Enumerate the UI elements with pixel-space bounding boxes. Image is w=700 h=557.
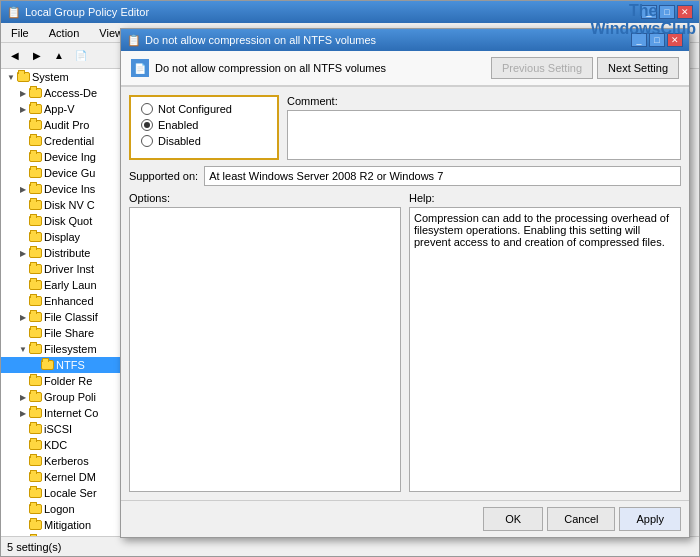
radio-circle-enabled [141,119,153,131]
tree-toggle-internetco[interactable]: ▶ [17,407,29,419]
supported-on-label: Supported on: [129,170,198,182]
radio-label-enabled: Enabled [158,119,198,131]
folder-icon-access [29,88,42,98]
tree-toggle-ntfs [29,359,41,371]
tree-toggle-folderre [17,375,29,387]
folder-icon-display [29,232,42,242]
radio-label-disabled: Disabled [158,135,201,147]
tree-label-fileshare: File Share [44,327,94,339]
folder-icon-credential [29,136,42,146]
options-panel: Options: [129,192,401,492]
tree-label-display: Display [44,231,80,243]
tree-label-kdc: KDC [44,439,67,451]
tree-label-grouppoli: Group Poli [44,391,96,403]
tree-toggle-grouppoli[interactable]: ▶ [17,391,29,403]
folder-icon-distribute [29,248,42,258]
tree-label-system: System [32,71,69,83]
tree-label-credential: Credential [44,135,94,147]
tree-toggle-kdc [17,439,29,451]
tree-toggle-filesystem[interactable]: ▼ [17,343,29,355]
folder-icon-devicegu [29,168,42,178]
folder-icon-system [17,72,30,82]
watermark: The WindowsClub [586,0,700,39]
tree-toggle-deviceing [17,151,29,163]
cancel-button[interactable]: Cancel [547,507,615,531]
tree-toggle-kerneldm [17,471,29,483]
options-panel-content[interactable] [129,207,401,492]
tree-toggle-display [17,231,29,243]
dialog-top-section: Not Configured Enabled Disabled Comment: [129,95,681,160]
supported-on-value: At least Windows Server 2008 R2 or Windo… [204,166,681,186]
ok-button[interactable]: OK [483,507,543,531]
tree-label-devicegu: Device Gu [44,167,95,179]
folder-icon-folderre [29,376,42,386]
dialog-nav-buttons: Previous Setting Next Setting [491,57,679,79]
folder-icon-filesystem [29,344,42,354]
menu-action[interactable]: Action [43,26,86,40]
tree-label-appv: App-V [44,103,75,115]
help-panel-content: Compression can add to the processing ov… [409,207,681,492]
radio-circle-not-configured [141,103,153,115]
tree-label-filesystem: Filesystem [44,343,97,355]
tree-toggle-diskquot [17,215,29,227]
tree-toggle-kerberos [17,455,29,467]
back-button[interactable]: ◀ [5,46,25,66]
apply-button[interactable]: Apply [619,507,681,531]
folder-icon-mitigation [29,520,42,530]
forward-button[interactable]: ▶ [27,46,47,66]
tree-label-disknv: Disk NV C [44,199,95,211]
tree-label-diskquot: Disk Quot [44,215,92,227]
up-button[interactable]: ▲ [49,46,69,66]
folder-icon-appv [29,104,42,114]
radio-not-configured[interactable]: Not Configured [141,103,267,115]
supported-on-text: At least Windows Server 2008 R2 or Windo… [209,170,443,182]
tree-toggle-appv[interactable]: ▶ [17,103,29,115]
tree-label-kerberos: Kerberos [44,455,89,467]
tree-toggle-devicegu [17,167,29,179]
next-setting-button[interactable]: Next Setting [597,57,679,79]
folder-icon-deviceing [29,152,42,162]
tree-toggle-fileclassif[interactable]: ▶ [17,311,29,323]
tree-toggle-deviceins[interactable]: ▶ [17,183,29,195]
tree-label-access: Access-De [44,87,97,99]
window-title: Local Group Policy Editor [25,6,149,18]
tree-label-fileclassif: File Classif [44,311,98,323]
folder-icon-kerberos [29,456,42,466]
folder-icon-auditpro [29,120,42,130]
tree-toggle-localeser [17,487,29,499]
folder-icon-grouppoli [29,392,42,402]
tree-toggle-system[interactable]: ▼ [5,71,17,83]
folder-icon-kerneldm [29,472,42,482]
prev-setting-button[interactable]: Previous Setting [491,57,593,79]
tree-toggle-driverinst [17,263,29,275]
tree-label-folderre: Folder Re [44,375,92,387]
folder-icon-localeser [29,488,42,498]
tree-toggle-disknv [17,199,29,211]
tree-label-earlylaun: Early Laun [44,279,97,291]
folder-icon-fileshare [29,328,42,338]
comment-textbox[interactable] [287,110,681,160]
radio-circle-disabled [141,135,153,147]
tree-label-logon: Logon [44,503,75,515]
bottom-panels: Options: Help: Compression can add to th… [129,192,681,492]
tree-toggle-distribute[interactable]: ▶ [17,247,29,259]
folder-icon-deviceins [29,184,42,194]
tree-label-driverinst: Driver Inst [44,263,94,275]
radio-disabled[interactable]: Disabled [141,135,267,147]
dialog-header-title: Do not allow compression on all NTFS vol… [155,62,386,74]
tree-label-distribute: Distribute [44,247,90,259]
policy-header-icon: 📄 [131,59,149,77]
tree-toggle-access[interactable]: ▶ [17,87,29,99]
help-text: Compression can add to the processing ov… [414,212,669,248]
tree-toggle-fileshare [17,327,29,339]
dialog-content: Not Configured Enabled Disabled Comment:… [121,87,689,500]
folder-icon-earlylaun [29,280,42,290]
show-hide-button[interactable]: 📄 [71,46,91,66]
menu-file[interactable]: File [5,26,35,40]
dialog-icon: 📋 [127,34,141,47]
tree-label-mitigation: Mitigation [44,519,91,531]
help-panel: Help: Compression can add to the process… [409,192,681,492]
radio-enabled[interactable]: Enabled [141,119,267,131]
status-bar: 5 setting(s) [1,536,699,556]
tree-toggle-mitigation [17,519,29,531]
